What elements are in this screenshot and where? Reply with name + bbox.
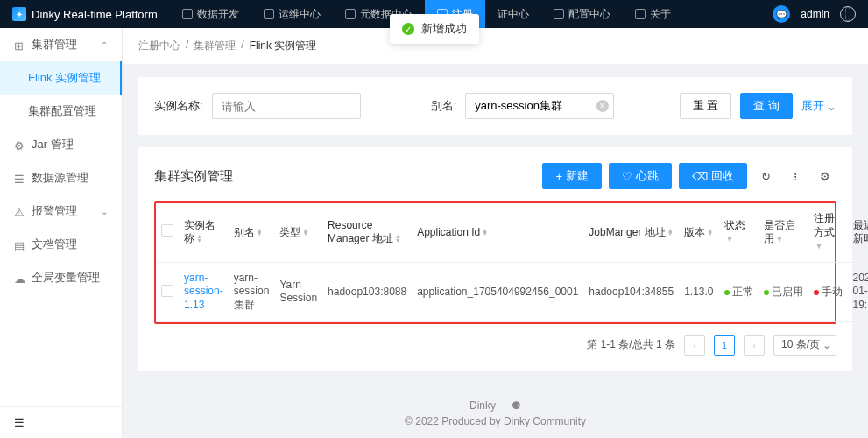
reload-icon[interactable]: ↻ [754, 165, 777, 187]
sidebar-item-datasource[interactable]: ☰数据源管理 [0, 161, 122, 194]
chevron-down-icon: ⌄ [101, 207, 108, 216]
heartbeat-button[interactable]: ♡心跳 [609, 163, 672, 189]
table-row: yarn-session-1.13 yarn-session集群 Yarn Se… [156, 262, 868, 321]
cell-appid: application_1705404992456_0001 [412, 262, 583, 321]
status-dot-icon [814, 290, 819, 295]
sidebar-item-flink-instance[interactable]: Flink 实例管理 [0, 61, 122, 95]
chevron-up-icon: ⌃ [101, 40, 108, 50]
name-label: 实例名称: [154, 98, 203, 114]
col-status[interactable]: 状态▼ [719, 203, 759, 262]
reset-button[interactable]: 重 置 [680, 93, 732, 119]
pagination: 第 1-1 条/总共 1 条 ‹ 1 › 10 条/页 [154, 324, 836, 356]
cell-updated: 2024-01-16 19:53:25 [848, 262, 869, 321]
nav-config[interactable]: 配置中心 [541, 0, 623, 28]
db-icon [182, 9, 193, 19]
recycle-button[interactable]: ⌫回收 [679, 163, 747, 189]
github-icon[interactable]: ⚈ [512, 399, 521, 412]
cell-alias: yarn-session集群 [229, 262, 275, 321]
page-summary: 第 1-1 条/总共 1 条 [587, 337, 675, 352]
sidebar-item-cluster-config[interactable]: 集群配置管理 [0, 95, 122, 128]
nav-cert[interactable]: 证中心 [485, 0, 541, 28]
sidebar-collapse-toggle[interactable]: ☰ [0, 406, 122, 438]
chevron-down-icon: ⌄ [827, 100, 836, 113]
heart-icon: ♡ [622, 170, 632, 183]
cell-enabled: 已启用 [759, 262, 808, 321]
search-card: 实例名称: 别名: ✕ 重 置 查 询 展开⌄ [138, 77, 852, 135]
collapse-icon: ☰ [14, 416, 25, 429]
col-version[interactable]: 版本▲▼ [679, 203, 718, 262]
avatar[interactable]: 💬 [773, 5, 790, 23]
gear-icon: ⚙ [14, 139, 25, 150]
sidebar-item-global-var[interactable]: ☁全局变量管理 [0, 261, 122, 294]
instance-name-link[interactable]: yarn-session-1.13 [184, 272, 223, 311]
cell-reg: 手动 [808, 262, 848, 321]
footer-name[interactable]: Dinky [469, 399, 496, 412]
query-button[interactable]: 查 询 [740, 93, 793, 119]
top-right: 💬 admin [773, 5, 868, 23]
col-updated[interactable]: 最近更新时间▲▼ [848, 203, 869, 262]
sidebar: ⊞集群管理 ⌃ Flink 实例管理 集群配置管理 ⚙Jar 管理 ☰数据源管理… [0, 28, 123, 438]
globe-icon[interactable] [840, 6, 856, 22]
page-size-select[interactable]: 10 条/页 [773, 335, 836, 356]
footer: Dinky ⚈ © 2022 Produced by Dinky Communi… [123, 389, 868, 438]
alert-icon: ⚠ [14, 206, 25, 216]
alias-input[interactable] [465, 93, 614, 119]
clear-icon[interactable]: ✕ [596, 100, 609, 112]
col-alias[interactable]: 别名▲▼ [229, 203, 275, 262]
nav-about[interactable]: 关于 [623, 0, 683, 28]
col-enabled[interactable]: 是否启用▼ [759, 203, 808, 262]
table-title: 集群实例管理 [154, 168, 233, 185]
col-type[interactable]: 类型▲▼ [274, 203, 322, 262]
sidebar-group-cluster[interactable]: ⊞集群管理 ⌃ [0, 28, 122, 61]
new-button[interactable]: +新建 [542, 163, 602, 189]
page-next[interactable]: › [744, 335, 765, 356]
sidebar-item-docs[interactable]: ▤文档管理 [0, 228, 122, 261]
density-icon[interactable]: ⫶ [784, 165, 807, 187]
list-icon: ☰ [14, 173, 25, 183]
page-prev[interactable]: ‹ [684, 335, 705, 356]
logo[interactable]: ✦ Dinky Real-time Platform [0, 7, 170, 21]
crumb[interactable]: 注册中心 [138, 39, 180, 53]
filter-icon: ▼ [815, 242, 823, 251]
status-dot-icon [764, 290, 769, 295]
nav-data-dev[interactable]: 数据开发 [170, 0, 251, 28]
cell-type: Yarn Session [274, 262, 322, 321]
col-reg[interactable]: 注册方式▼ [808, 203, 848, 262]
page-current[interactable]: 1 [714, 335, 735, 356]
table-highlight: 实例名称▲▼ 别名▲▼ 类型▲▼ Resource Manager 地址▲▼ A… [154, 201, 836, 324]
cell-rm: hadoop103:8088 [322, 262, 412, 321]
toast-success: ✓ 新增成功 [390, 14, 479, 44]
checkbox-row[interactable] [161, 285, 173, 297]
checkbox-all[interactable] [161, 224, 173, 237]
nav-ops[interactable]: 运维中心 [251, 0, 333, 28]
expand-link[interactable]: 展开⌄ [801, 98, 836, 114]
main: 注册中心/ 集群管理/ Flink 实例管理 实例名称: 别名: ✕ 重 置 查 [123, 28, 868, 438]
col-jm[interactable]: JobManger 地址▲▼ [583, 203, 679, 262]
filter-icon: ▼ [726, 235, 734, 244]
sidebar-item-jar[interactable]: ⚙Jar 管理 [0, 128, 122, 161]
monitor-icon [264, 9, 274, 19]
trash-icon: ⌫ [692, 170, 708, 183]
username[interactable]: admin [801, 8, 829, 20]
cell-status: 正常 [719, 262, 759, 321]
breadcrumb: 注册中心/ 集群管理/ Flink 实例管理 [123, 28, 868, 65]
table-header-row: 实例名称▲▼ 别名▲▼ 类型▲▼ Resource Manager 地址▲▼ A… [156, 203, 868, 262]
settings-icon[interactable]: ⚙ [814, 165, 836, 187]
status-dot-icon [724, 290, 730, 295]
sidebar-item-alert[interactable]: ⚠报警管理 ⌄ [0, 194, 122, 228]
page-icon [345, 9, 356, 19]
col-name[interactable]: 实例名称▲▼ [179, 203, 229, 262]
cell-jm: hadoop104:34855 [583, 262, 679, 321]
cluster-icon: ⊞ [14, 39, 25, 50]
doc-icon: ▤ [14, 239, 25, 250]
logo-icon: ✦ [12, 7, 26, 21]
crumb-current: Flink 实例管理 [250, 39, 317, 53]
cloud-icon: ☁ [14, 272, 25, 283]
table-card: 集群实例管理 +新建 ♡心跳 ⌫回收 ↻ ⫶ ⚙ 实例名称▲▼ [138, 147, 852, 371]
name-input[interactable] [212, 93, 361, 119]
filter-icon: ▼ [776, 235, 784, 244]
col-rm[interactable]: Resource Manager 地址▲▼ [322, 203, 412, 262]
plus-icon: + [555, 170, 562, 183]
col-appid[interactable]: Application Id▲▼ [412, 203, 583, 262]
crumb[interactable]: 集群管理 [194, 39, 236, 53]
